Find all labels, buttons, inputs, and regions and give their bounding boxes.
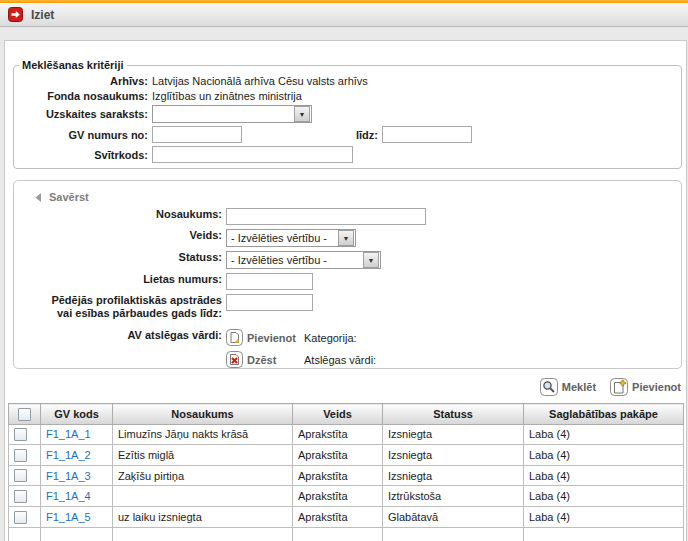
search-icon: [540, 378, 558, 396]
cell-pakape: Laba (4): [524, 465, 684, 486]
header-statuss: Statuss: [383, 404, 524, 425]
gv-kods-link[interactable]: F1_1A_2: [46, 449, 91, 461]
cell-veids: Aprakstīta: [293, 424, 383, 445]
archive-label: Arhīvs:: [18, 75, 148, 87]
actions-bar: Meklēt Pievienot: [5, 377, 681, 397]
collapse-label: Savērst: [49, 191, 89, 203]
cell-nosaukums: [113, 486, 293, 507]
registry-list-select[interactable]: ▼: [152, 105, 312, 123]
last-check-year-label: Pēdējās profilaktiskās apstrādes vai esī…: [18, 294, 222, 320]
delete-keyword-label: Dzēst: [247, 354, 276, 366]
table-row: F1_1A_4 Aprakstīta Iztrūkstoša Laba (4): [9, 486, 684, 507]
collapse-toggle[interactable]: Savērst: [34, 191, 673, 203]
cell-pakape: Laba (4): [524, 506, 684, 527]
gv-number-to-input[interactable]: [382, 126, 472, 143]
cell-statuss: Izsniegta: [383, 445, 524, 466]
header-nosaukums: Nosaukums: [113, 404, 293, 425]
row-checkbox[interactable]: [14, 490, 27, 503]
add-keyword-label: Pievienot: [247, 332, 296, 344]
search-button-label: Meklēt: [562, 381, 596, 393]
cell-pakape: Laba (4): [524, 424, 684, 445]
page-add-icon: [226, 329, 243, 346]
case-number-input[interactable]: [226, 273, 313, 290]
add-record-button[interactable]: Pievienot: [610, 378, 681, 396]
gv-kods-link[interactable]: F1_1A_4: [46, 490, 91, 502]
chevron-down-icon[interactable]: ▼: [338, 230, 354, 246]
table-row: F1_1A_5 uz laiku izsniegta Aprakstīta Gl…: [9, 506, 684, 527]
cell-veids: Aprakstīta: [293, 445, 383, 466]
search-button[interactable]: Meklēt: [540, 378, 596, 396]
add-record-button-label: Pievienot: [632, 381, 681, 393]
cell-pakape: Laba (4): [524, 486, 684, 507]
type-select-value: - Izvēlēties vērtību -: [227, 232, 337, 244]
fund-name-label: Fonda nosaukums:: [18, 90, 148, 102]
status-select-value: - Izvēlēties vērtību -: [227, 254, 362, 266]
gv-number-from-input[interactable]: [152, 126, 242, 143]
gv-number-to-label: līdz:: [242, 129, 378, 141]
table-row: F1_1A_2 Ezītis miglā Aprakstīta Izsniegt…: [9, 445, 684, 466]
table-header-row: GV kods Nosaukums Veids Statuss Saglabāt…: [9, 404, 684, 425]
table-row: F1_1A_1 Limuzīns Jāņu nakts krāsā Apraks…: [9, 424, 684, 445]
name-label: Nosaukums:: [18, 208, 222, 221]
exit-label: Iziet: [31, 8, 54, 22]
gv-number-from-label: GV numurs no:: [18, 129, 148, 141]
chevron-down-icon[interactable]: ▼: [294, 106, 310, 122]
registry-list-label: Uzskaites saraksts:: [18, 108, 148, 120]
row-checkbox[interactable]: [14, 511, 27, 524]
barcode-input[interactable]: [152, 146, 353, 163]
select-all-checkbox[interactable]: [18, 408, 31, 421]
delete-keyword-button[interactable]: Dzēst: [226, 351, 304, 368]
chevron-down-icon[interactable]: ▼: [363, 252, 379, 268]
results-table: GV kods Nosaukums Veids Statuss Saglabāt…: [8, 403, 684, 541]
cell-veids: Aprakstīta: [293, 486, 383, 507]
gv-kods-link[interactable]: F1_1A_3: [46, 470, 91, 482]
page-plus-icon: [610, 378, 628, 396]
last-check-year-input[interactable]: [226, 294, 313, 311]
content-panel: Meklēšanas kritēriji Arhīvs: Latvijas Na…: [4, 40, 687, 541]
cell-statuss: Iztrūkstoša: [383, 486, 524, 507]
av-keywords-label: AV atslēgas vārdi:: [18, 329, 222, 342]
header-veids: Veids: [293, 404, 383, 425]
status-select[interactable]: - Izvēlēties vērtību - ▼: [226, 251, 381, 269]
cell-veids: Aprakstīta: [293, 465, 383, 486]
exit-button[interactable]: Iziet: [8, 7, 54, 22]
cell-nosaukums: uz laiku izsniegta: [113, 506, 293, 527]
cell-nosaukums: Zaķīšu pirtiņa: [113, 465, 293, 486]
archive-value: Latvijas Nacionālā arhīva Cēsu valsts ar…: [152, 75, 368, 87]
cell-veids: Aprakstīta: [293, 506, 383, 527]
gv-kods-link[interactable]: F1_1A_1: [46, 428, 91, 440]
search-criteria-legend: Meklēšanas kritēriji: [19, 59, 127, 71]
cell-statuss: Izsniegta: [383, 465, 524, 486]
row-checkbox[interactable]: [14, 449, 27, 462]
type-select[interactable]: - Izvēlēties vērtību - ▼: [226, 229, 356, 247]
keywords-label: Atslēgas vārdi:: [304, 354, 376, 366]
barcode-label: Svītrkods:: [18, 149, 148, 161]
case-number-label: Lietas numurs:: [18, 273, 222, 286]
fund-name-value: Izglītības un zinātnes ministrija: [152, 90, 302, 102]
page-delete-icon: [226, 351, 243, 368]
status-label: Statuss:: [18, 251, 222, 264]
cell-nosaukums: Limuzīns Jāņu nakts krāsā: [113, 424, 293, 445]
table-row-partial: [9, 527, 684, 541]
header-pakape: Saglabātības pakāpe: [524, 404, 684, 425]
cell-nosaukums: Ezītis miglā: [113, 445, 293, 466]
type-label: Veids:: [18, 229, 222, 242]
table-row: F1_1A_3 Zaķīšu pirtiņa Aprakstīta Izsnie…: [9, 465, 684, 486]
toolbar: Iziet: [0, 3, 688, 27]
filters-panel: Savērst Nosaukums: Veids: - Izvēlēties v…: [13, 180, 682, 369]
row-checkbox[interactable]: [14, 428, 27, 441]
category-label: Kategorija:: [304, 332, 357, 344]
name-input[interactable]: [226, 208, 426, 225]
add-keyword-button[interactable]: Pievienot: [226, 329, 304, 346]
search-criteria-fieldset: Meklēšanas kritēriji Arhīvs: Latvijas Na…: [13, 59, 682, 169]
cell-statuss: Izsniegta: [383, 424, 524, 445]
exit-icon: [8, 7, 23, 22]
cell-statuss: Glabātavā: [383, 506, 524, 527]
gv-kods-link[interactable]: F1_1A_5: [46, 511, 91, 523]
collapse-arrow-icon: [34, 192, 42, 203]
cell-pakape: Laba (4): [524, 445, 684, 466]
header-gv-kods: GV kods: [41, 404, 113, 425]
row-checkbox[interactable]: [14, 469, 27, 482]
